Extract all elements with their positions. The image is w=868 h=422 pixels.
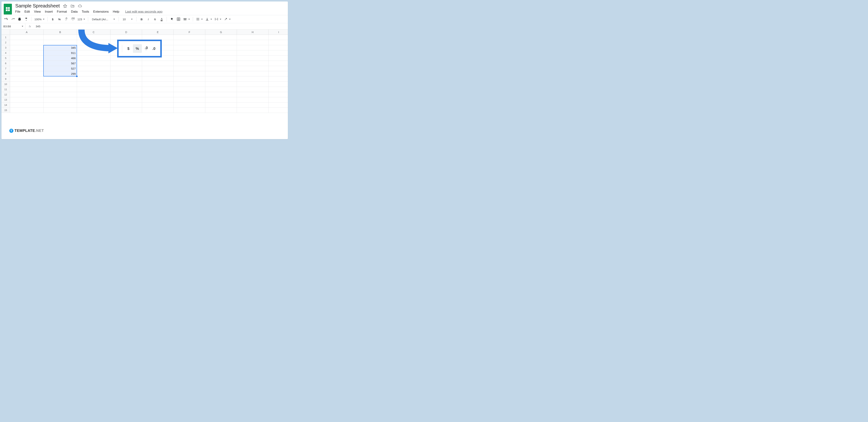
row-header[interactable]: 2 bbox=[1, 40, 10, 45]
cell[interactable] bbox=[43, 108, 77, 113]
text-color-button[interactable]: A bbox=[159, 17, 164, 22]
cell[interactable] bbox=[205, 71, 237, 76]
cell[interactable] bbox=[43, 87, 77, 92]
cell[interactable] bbox=[142, 108, 174, 113]
cell[interactable] bbox=[174, 102, 205, 108]
cell[interactable] bbox=[174, 51, 205, 55]
cell[interactable] bbox=[205, 97, 237, 102]
cell[interactable] bbox=[205, 35, 237, 40]
row-header[interactable]: 4 bbox=[1, 51, 10, 55]
row-header[interactable]: 6 bbox=[1, 61, 10, 66]
menu-format[interactable]: Format bbox=[57, 10, 67, 13]
cell[interactable] bbox=[111, 71, 142, 76]
horizontal-align-dropdown[interactable] bbox=[195, 17, 204, 22]
cell[interactable] bbox=[174, 82, 205, 87]
cloud-status-icon[interactable] bbox=[78, 4, 82, 8]
cell[interactable] bbox=[237, 56, 269, 61]
cell[interactable] bbox=[237, 97, 269, 102]
row-header[interactable]: 3 bbox=[1, 45, 10, 50]
cell[interactable] bbox=[43, 77, 77, 82]
cell[interactable] bbox=[142, 71, 174, 76]
cell[interactable] bbox=[174, 77, 205, 82]
cell[interactable] bbox=[237, 71, 269, 76]
cell[interactable]: 466 bbox=[43, 56, 77, 61]
cell[interactable] bbox=[111, 97, 142, 102]
column-header[interactable]: B bbox=[43, 30, 77, 35]
formula-input[interactable]: 345 bbox=[35, 25, 40, 28]
column-header[interactable]: I bbox=[269, 30, 288, 35]
redo-button[interactable] bbox=[10, 17, 16, 22]
cell[interactable] bbox=[237, 66, 269, 71]
cell[interactable] bbox=[237, 77, 269, 82]
cell[interactable] bbox=[77, 77, 111, 82]
cell[interactable] bbox=[142, 35, 174, 40]
decrease-decimal-button[interactable]: .0← bbox=[63, 17, 69, 22]
cell[interactable] bbox=[43, 35, 77, 40]
row-header[interactable]: 5 bbox=[1, 56, 10, 61]
row-header[interactable]: 1 bbox=[1, 35, 10, 40]
cell[interactable] bbox=[77, 102, 111, 108]
menu-file[interactable]: File bbox=[15, 10, 20, 13]
cell[interactable] bbox=[10, 35, 43, 40]
cell[interactable] bbox=[77, 97, 111, 102]
column-header[interactable]: A bbox=[10, 30, 43, 35]
row-header[interactable]: 13 bbox=[1, 97, 10, 102]
cell[interactable] bbox=[174, 108, 205, 113]
menu-extensions[interactable]: Extensions bbox=[93, 10, 108, 13]
cell[interactable] bbox=[77, 82, 111, 87]
cell[interactable] bbox=[77, 61, 111, 66]
italic-button[interactable]: I bbox=[146, 17, 151, 22]
callout-percent-button[interactable]: % bbox=[133, 44, 142, 53]
cell[interactable] bbox=[205, 61, 237, 66]
cell[interactable] bbox=[269, 40, 288, 45]
format-percent-button[interactable]: % bbox=[57, 17, 62, 22]
cell[interactable] bbox=[237, 108, 269, 113]
cell[interactable] bbox=[269, 56, 288, 61]
cell[interactable] bbox=[43, 102, 77, 108]
cell[interactable] bbox=[10, 82, 43, 87]
cell[interactable] bbox=[10, 56, 43, 61]
cell[interactable] bbox=[205, 82, 237, 87]
cell[interactable] bbox=[269, 51, 288, 55]
paint-format-button[interactable] bbox=[24, 17, 29, 22]
menu-edit[interactable]: Edit bbox=[24, 10, 30, 13]
callout-increase-decimal-button[interactable]: .0 bbox=[151, 44, 157, 53]
cell[interactable] bbox=[10, 77, 43, 82]
cell[interactable] bbox=[10, 61, 43, 66]
column-header[interactable]: D bbox=[111, 30, 142, 35]
cell[interactable] bbox=[77, 92, 111, 97]
menu-view[interactable]: View bbox=[34, 10, 41, 13]
select-all-corner[interactable] bbox=[1, 30, 10, 35]
cell[interactable] bbox=[269, 97, 288, 102]
cell[interactable] bbox=[142, 82, 174, 87]
cell[interactable] bbox=[174, 92, 205, 97]
format-currency-button[interactable]: $ bbox=[50, 17, 55, 22]
cell[interactable] bbox=[111, 92, 142, 97]
doc-title[interactable]: Sample Spreadsheet bbox=[15, 3, 60, 9]
last-edit-link[interactable]: Last edit was seconds ago bbox=[125, 10, 162, 13]
column-header[interactable]: H bbox=[237, 30, 269, 35]
cell[interactable] bbox=[111, 35, 142, 40]
cell[interactable] bbox=[77, 35, 111, 40]
cell[interactable] bbox=[111, 82, 142, 87]
row-header[interactable]: 7 bbox=[1, 66, 10, 71]
cell[interactable]: 527 bbox=[43, 66, 77, 71]
row-header[interactable]: 15 bbox=[1, 108, 10, 113]
cell[interactable]: 299 bbox=[43, 71, 77, 76]
cell[interactable] bbox=[237, 92, 269, 97]
selection-handle[interactable] bbox=[76, 76, 78, 77]
cell[interactable] bbox=[10, 51, 43, 55]
cell[interactable] bbox=[269, 87, 288, 92]
cell[interactable] bbox=[142, 66, 174, 71]
cell[interactable] bbox=[205, 51, 237, 55]
sheets-logo-icon[interactable] bbox=[4, 4, 12, 14]
cell[interactable] bbox=[142, 92, 174, 97]
star-icon[interactable] bbox=[63, 4, 67, 8]
cell[interactable] bbox=[77, 87, 111, 92]
row-header[interactable]: 9 bbox=[1, 77, 10, 82]
row-header[interactable]: 14 bbox=[1, 102, 10, 108]
cell[interactable] bbox=[43, 97, 77, 102]
cell[interactable] bbox=[205, 66, 237, 71]
cell[interactable] bbox=[205, 102, 237, 108]
font-family-dropdown[interactable]: Default (Ari... bbox=[90, 17, 116, 22]
